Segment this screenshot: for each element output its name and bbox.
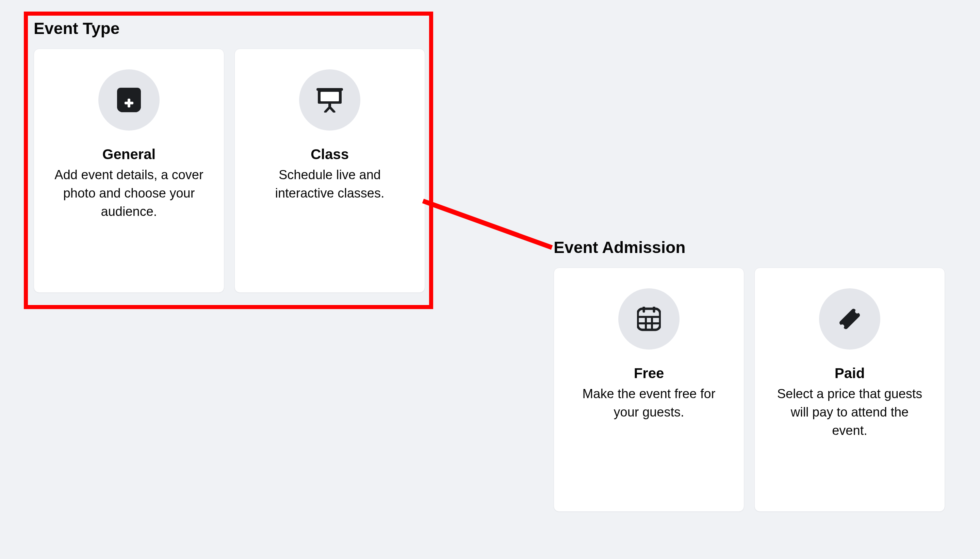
card-description: Make the event free for your guests.	[570, 385, 727, 422]
event-admission-card-paid[interactable]: Paid Select a price that guests will pay…	[754, 268, 945, 512]
event-admission-section: Event Admission Free Make the eve	[554, 238, 945, 512]
calendar-grid-icon	[618, 288, 680, 349]
calendar-add-icon	[98, 69, 159, 131]
event-type-card-general[interactable]: General Add event details, a cover photo…	[34, 49, 224, 293]
svg-rect-12	[124, 102, 133, 104]
svg-rect-20	[317, 88, 343, 91]
svg-line-32	[423, 201, 552, 248]
presentation-screen-icon	[299, 69, 360, 131]
event-type-cards: General Add event details, a cover photo…	[34, 49, 425, 293]
event-type-section: Event Type	[34, 19, 425, 293]
event-type-title: Event Type	[34, 19, 425, 38]
event-admission-title: Event Admission	[554, 238, 945, 257]
svg-rect-22	[638, 309, 660, 330]
card-title: Paid	[835, 365, 865, 382]
event-type-card-class[interactable]: Class Schedule live and interactive clas…	[234, 49, 425, 293]
card-description: Schedule live and interactive classes.	[252, 166, 408, 203]
card-title: General	[103, 146, 156, 162]
ticket-icon	[819, 288, 880, 349]
card-description: Select a price that guests will pay to a…	[771, 385, 928, 440]
card-description: Add event details, a cover photo and cho…	[51, 166, 207, 221]
card-title: Free	[634, 365, 664, 382]
event-admission-cards: Free Make the event free for your guests…	[554, 268, 945, 512]
card-title: Class	[311, 146, 349, 162]
svg-rect-19	[320, 92, 339, 101]
event-admission-card-free[interactable]: Free Make the event free for your guests…	[554, 268, 744, 512]
